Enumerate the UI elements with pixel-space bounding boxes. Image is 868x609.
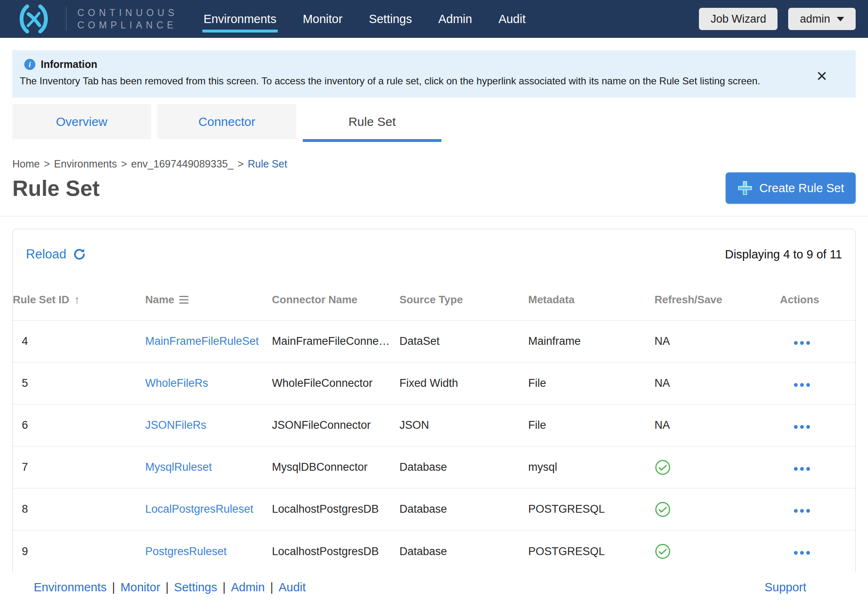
- rule-set-name-link[interactable]: LocalPostgresRuleset: [145, 503, 253, 515]
- breadcrumb-item[interactable]: Environments >: [54, 158, 127, 170]
- title-row: Rule Set Create Rule Set: [12, 172, 856, 204]
- job-wizard-button[interactable]: Job Wizard: [699, 8, 777, 30]
- breadcrumb-separator: >: [238, 158, 244, 170]
- tab[interactable]: Connector: [158, 104, 296, 139]
- banner-close-button[interactable]: ✕: [812, 67, 832, 86]
- breadcrumb-separator: >: [121, 158, 127, 170]
- breadcrumb-item[interactable]: Home >: [12, 158, 50, 170]
- column-header-label: Source Type: [399, 293, 463, 306]
- table-row: 5 WholeFileRs WholeFileConnector Fixed W…: [13, 363, 855, 404]
- cell-rule-set-id: 8: [13, 503, 145, 516]
- footer-link-anchor[interactable]: Audit: [279, 581, 306, 594]
- cell-metadata: Mainframe: [528, 335, 654, 348]
- reload-icon: [72, 247, 87, 262]
- banner-message: The Inventory Tab has been removed from …: [20, 75, 804, 87]
- display-status: Displaying 4 to 9 of 11: [725, 248, 842, 261]
- footer-separator: |: [223, 581, 226, 594]
- row-actions-button[interactable]: [792, 506, 812, 516]
- tab[interactable]: Overview: [12, 104, 151, 139]
- column-header[interactable]: Refresh/Save: [654, 293, 780, 306]
- information-banner: i Information The Inventory Tab has been…: [12, 50, 856, 98]
- nav-item[interactable]: Admin: [438, 10, 472, 28]
- cell-rule-set-id: 9: [13, 545, 145, 558]
- footer-link: Environments |: [34, 581, 115, 594]
- nav-item[interactable]: Monitor: [303, 10, 343, 28]
- cell-metadata: File: [528, 419, 654, 432]
- nav-item-label: Settings: [369, 12, 412, 26]
- nav-item[interactable]: Audit: [499, 10, 526, 28]
- column-header[interactable]: Name: [145, 293, 272, 306]
- info-icon: i: [24, 59, 35, 70]
- cell-connector-name: LocalhostPostgresDB: [272, 545, 399, 558]
- tab[interactable]: Rule Set: [303, 104, 441, 139]
- cell-connector-name: LocalhostPostgresDB: [272, 503, 399, 516]
- caret-down-icon: [837, 17, 844, 21]
- rule-set-name-link[interactable]: WholeFileRs: [145, 377, 208, 389]
- table-body: 4 MainFrameFileRuleSet MainFrameFileConn…: [13, 321, 855, 572]
- column-menu-icon[interactable]: [179, 296, 188, 304]
- cell-source-type: JSON: [399, 419, 528, 432]
- cell-refresh-save: NA: [654, 419, 780, 432]
- breadcrumb-item[interactable]: Rule Set >: [248, 158, 287, 170]
- saved-check-icon: [654, 459, 671, 476]
- column-header[interactable]: Source Type: [399, 293, 528, 306]
- column-header-label: Actions: [780, 293, 819, 306]
- cell-metadata: mysql: [528, 461, 654, 474]
- user-menu-button[interactable]: admin: [788, 8, 856, 30]
- saved-check-icon: [654, 543, 671, 560]
- brand-divider: [66, 7, 67, 31]
- table-row: 7 MysqlRuleset MysqlDBConnector Database…: [13, 446, 855, 488]
- cell-metadata: File: [528, 377, 654, 390]
- cell-source-type: Database: [399, 503, 528, 516]
- footer-link-anchor[interactable]: Monitor: [121, 581, 160, 594]
- cell-source-type: DataSet: [399, 335, 528, 348]
- footer-links: Environments | Monitor | Settings | Admi…: [34, 581, 306, 594]
- rule-set-name-link[interactable]: MysqlRuleset: [145, 461, 212, 473]
- card-toolbar: Reload Displaying 4 to 9 of 11: [13, 229, 855, 279]
- banner-body: i Information The Inventory Tab has been…: [20, 58, 804, 87]
- top-navigation-bar: CONTINUOUS COMPLIANCE EnvironmentsMonito…: [0, 0, 868, 38]
- rule-set-name-link[interactable]: MainFrameFileRuleSet: [145, 335, 259, 347]
- cell-rule-set-id: 7: [13, 461, 145, 474]
- footer-link-anchor[interactable]: Admin: [231, 581, 265, 594]
- close-icon: ✕: [816, 68, 828, 84]
- sort-ascending-icon[interactable]: ↑: [74, 293, 80, 307]
- reload-button[interactable]: Reload: [26, 247, 87, 262]
- tab-label: Connector: [198, 115, 255, 129]
- column-header-label: Refresh/Save: [654, 293, 722, 306]
- rule-set-name-link[interactable]: JSONFileRs: [145, 419, 207, 431]
- breadcrumb-item-label: Home: [12, 158, 40, 170]
- nav-item[interactable]: Environments: [204, 10, 276, 28]
- column-header[interactable]: Rule Set ID ↑: [13, 293, 145, 307]
- support-link[interactable]: Support: [764, 581, 806, 594]
- cell-metadata: POSTGRESQL: [528, 503, 654, 516]
- banner-title: Information: [41, 58, 97, 70]
- footer-link-anchor[interactable]: Environments: [34, 581, 107, 594]
- table-row: 4 MainFrameFileRuleSet MainFrameFileConn…: [13, 321, 855, 363]
- row-actions-button[interactable]: [792, 548, 812, 558]
- column-header[interactable]: Actions: [780, 293, 855, 306]
- column-header[interactable]: Metadata: [528, 293, 654, 306]
- footer-link-anchor[interactable]: Settings: [174, 581, 217, 594]
- rule-set-name-link[interactable]: PostgresRuleset: [145, 545, 227, 558]
- delphix-logo[interactable]: [12, 3, 55, 35]
- table-header-row: Rule Set ID ↑ Name Connector Name Source…: [13, 279, 855, 321]
- rule-set-card: Reload Displaying 4 to 9 of 11 Rule Set …: [12, 229, 856, 572]
- nav-item[interactable]: Settings: [369, 10, 412, 28]
- cell-source-type: Database: [399, 545, 528, 558]
- footer-link: Admin |: [231, 581, 273, 594]
- cell-refresh-save: NA: [654, 335, 780, 348]
- row-actions-button[interactable]: [792, 464, 812, 474]
- cell-source-type: Fixed Width: [399, 377, 528, 390]
- column-header[interactable]: Connector Name: [272, 293, 399, 306]
- create-rule-set-button[interactable]: Create Rule Set: [726, 172, 856, 204]
- breadcrumb-item[interactable]: env_1697449089335_ >: [131, 158, 244, 170]
- row-actions-button[interactable]: [792, 338, 812, 348]
- table-row: 9 PostgresRuleset LocalhostPostgresDB Da…: [13, 530, 855, 572]
- footer: Environments | Monitor | Settings | Admi…: [0, 576, 868, 598]
- row-actions-button[interactable]: [792, 380, 812, 390]
- section-divider: [0, 216, 868, 216]
- row-actions-button[interactable]: [792, 422, 812, 432]
- table-row: 6 JSONFileRs JSONFileConnector JSON File…: [13, 404, 855, 446]
- breadcrumb-item-label: Rule Set: [248, 158, 287, 170]
